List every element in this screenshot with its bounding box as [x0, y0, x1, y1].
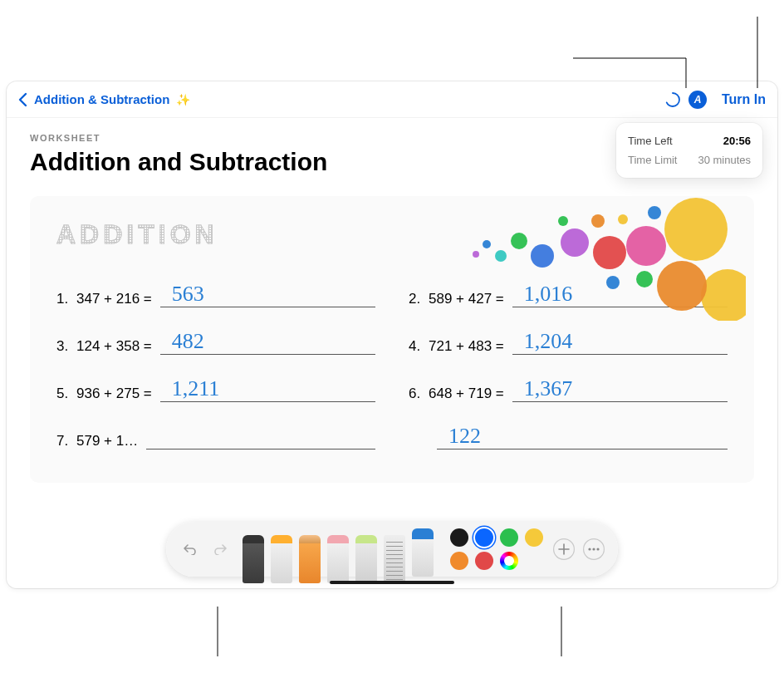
time-limit-value: 30 minutes [698, 154, 751, 166]
time-left-value: 20:56 [723, 135, 751, 147]
more-button[interactable] [583, 538, 605, 560]
answer-field: 1,367 [512, 378, 728, 402]
time-popover: Time Left 20:56 Time Limit 30 minutes [616, 123, 762, 178]
redo-icon [213, 543, 227, 555]
svg-point-18 [591, 214, 605, 228]
svg-point-9 [626, 226, 666, 266]
markup-glyph-icon: A [694, 94, 702, 106]
undo-icon [184, 543, 197, 555]
home-indicator[interactable] [330, 581, 454, 584]
plus-icon [558, 543, 570, 555]
sparkle-icon: ✨ [176, 93, 190, 106]
problem-row[interactable]: 7.579 + 1… [56, 425, 375, 449]
swatch-green[interactable] [500, 528, 518, 547]
add-button[interactable] [553, 538, 575, 560]
svg-point-14 [495, 250, 507, 262]
pen-tool[interactable] [243, 535, 264, 583]
svg-point-12 [531, 244, 554, 268]
svg-point-21 [636, 271, 653, 287]
svg-point-25 [596, 548, 599, 550]
problem-row[interactable]: 4.721 + 483 =1,204 [409, 331, 728, 355]
svg-point-23 [588, 548, 590, 550]
worksheet-card: ADDITION 1.347 + 216 =563 2.589 + 427 =1… [30, 196, 754, 483]
problem-row[interactable]: 3.124 + 358 =482 [56, 331, 375, 355]
svg-point-17 [558, 216, 568, 226]
time-left-label: Time Left [628, 135, 673, 147]
color-swatches [450, 528, 545, 570]
answer-field [146, 426, 375, 449]
answer-field: 1,211 [160, 378, 375, 402]
svg-point-10 [593, 236, 626, 269]
navbar: Addition & Subtraction ✨ A Turn In [7, 81, 777, 118]
ellipsis-icon [588, 548, 600, 551]
timer-button[interactable] [664, 91, 682, 109]
answer-field: 563 [160, 283, 375, 307]
back-button[interactable] [18, 92, 27, 107]
problem-row[interactable]: 5.936 + 275 =1,211 [56, 378, 375, 402]
nav-title: Addition & Subtraction [34, 92, 169, 106]
pencil-tool[interactable] [299, 535, 321, 583]
color-picker-button[interactable] [500, 552, 518, 570]
time-limit-label: Time Limit [628, 154, 677, 166]
crayon-tool[interactable] [355, 535, 377, 583]
undo-button[interactable] [179, 538, 201, 560]
ruler-tool[interactable] [384, 535, 405, 583]
svg-point-8 [657, 261, 707, 311]
worksheet-content: WORKSHEET Addition and Subtraction NAME:… [7, 118, 777, 588]
svg-point-5 [666, 93, 679, 106]
turn-in-button[interactable]: Turn In [722, 92, 766, 107]
swatch-yellow[interactable] [525, 528, 543, 547]
svg-point-7 [701, 269, 746, 321]
chevron-left-icon [18, 92, 27, 107]
svg-point-22 [606, 276, 620, 289]
svg-point-13 [511, 233, 527, 249]
svg-point-11 [561, 228, 589, 257]
answer-field: 1,204 [512, 331, 728, 355]
svg-point-20 [648, 206, 661, 219]
svg-point-24 [592, 548, 595, 550]
markup-button[interactable]: A [688, 91, 707, 109]
answer-field: 482 [160, 331, 375, 355]
swatch-red[interactable] [475, 552, 493, 570]
decorative-bubbles [397, 188, 746, 321]
swatch-blue[interactable] [475, 528, 493, 547]
swatch-orange[interactable] [450, 552, 468, 570]
eraser-tool[interactable] [327, 535, 349, 583]
swatch-black[interactable] [450, 528, 468, 547]
marker-tool[interactable] [271, 535, 292, 583]
problem-row[interactable]: 6.648 + 719 =1,367 [409, 378, 728, 402]
redo-button[interactable] [209, 538, 231, 560]
problem-row[interactable]: 122 [409, 425, 728, 449]
svg-point-19 [618, 214, 628, 224]
app-window: Addition & Subtraction ✨ A Turn In Time … [7, 81, 777, 588]
highlighter-tool[interactable] [412, 528, 434, 577]
svg-point-16 [473, 251, 479, 258]
svg-point-15 [483, 240, 491, 248]
timer-icon [664, 91, 681, 108]
answer-field: 122 [437, 425, 728, 449]
markup-toolbar [166, 522, 618, 577]
problem-row[interactable]: 1.347 + 216 =563 [56, 283, 375, 307]
tool-tray [239, 522, 437, 577]
svg-point-6 [664, 198, 728, 261]
